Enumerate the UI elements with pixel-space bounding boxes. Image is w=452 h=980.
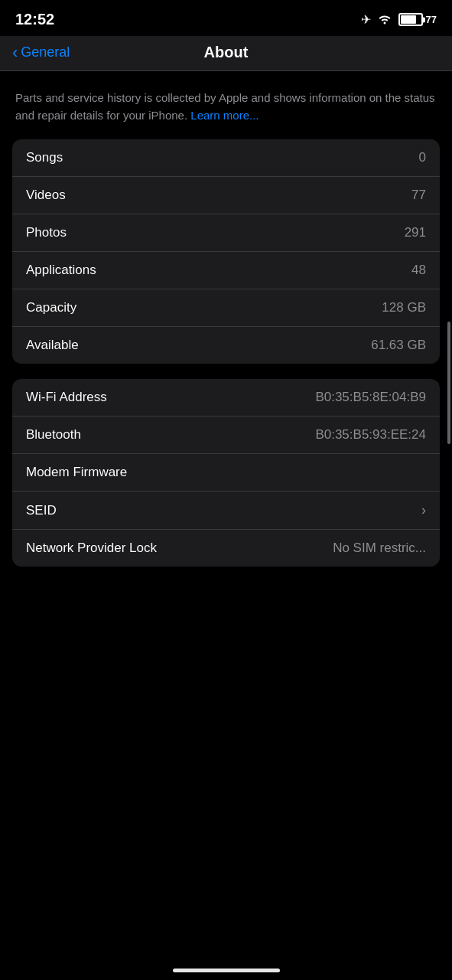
network-provider-lock-label: Network Provider Lock	[26, 541, 157, 556]
applications-label: Applications	[26, 263, 96, 278]
seid-chevron-icon: ›	[421, 502, 426, 518]
videos-label: Videos	[26, 188, 66, 203]
nav-back-label: General	[21, 44, 70, 60]
capacity-row: Capacity 128 GB	[12, 289, 440, 327]
content-area: Parts and service history is collected b…	[0, 71, 452, 567]
available-value: 61.63 GB	[371, 338, 426, 353]
capacity-label: Capacity	[26, 300, 76, 315]
modem-firmware-row: Modem Firmware	[12, 454, 440, 492]
bluetooth-value: B0:35:B5:93:EE:24	[315, 427, 426, 443]
status-time: 12:52	[15, 11, 54, 28]
wifi-address-label: Wi-Fi Address	[26, 390, 107, 405]
scrollbar[interactable]	[447, 322, 450, 444]
seid-label: SEID	[26, 503, 57, 518]
battery-box	[398, 13, 423, 26]
songs-row: Songs 0	[12, 139, 440, 177]
back-chevron-icon: ‹	[12, 44, 18, 61]
photos-value: 291	[405, 225, 426, 240]
wifi-address-row: Wi-Fi Address B0:35:B5:8E:04:B9	[12, 379, 440, 416]
bluetooth-row: Bluetooth B0:35:B5:93:EE:24	[12, 416, 440, 454]
wifi-icon	[377, 12, 392, 28]
home-indicator	[173, 969, 280, 972]
storage-card: Songs 0 Videos 77 Photos 291 Application…	[12, 139, 440, 364]
seid-row[interactable]: SEID ›	[12, 492, 440, 530]
battery-text: 77	[426, 14, 437, 25]
modem-firmware-label: Modem Firmware	[26, 465, 127, 480]
videos-row: Videos 77	[12, 177, 440, 214]
learn-more-link[interactable]: Learn more...	[190, 109, 259, 122]
network-provider-lock-row: Network Provider Lock No SIM restric...	[12, 530, 440, 567]
photos-label: Photos	[26, 225, 67, 240]
airplane-icon: ✈	[361, 12, 371, 27]
page-title: About	[204, 44, 249, 61]
info-text: Parts and service history is collected b…	[12, 83, 440, 139]
wifi-address-value: B0:35:B5:8E:04:B9	[315, 390, 426, 405]
status-icons: ✈ 77	[361, 12, 437, 28]
applications-row: Applications 48	[12, 252, 440, 289]
photos-row: Photos 291	[12, 214, 440, 252]
nav-bar: ‹ General About	[0, 36, 452, 71]
videos-value: 77	[411, 188, 426, 203]
songs-value: 0	[419, 150, 426, 165]
battery-fill	[401, 15, 416, 24]
network-card: Wi-Fi Address B0:35:B5:8E:04:B9 Bluetoot…	[12, 379, 440, 567]
network-provider-lock-value: No SIM restric...	[333, 541, 426, 556]
status-bar: 12:52 ✈ 77	[0, 0, 452, 36]
applications-value: 48	[411, 263, 426, 278]
nav-back-button[interactable]: ‹ General	[12, 44, 70, 61]
available-label: Available	[26, 338, 79, 353]
songs-label: Songs	[26, 150, 63, 165]
capacity-value: 128 GB	[382, 300, 426, 315]
bluetooth-label: Bluetooth	[26, 427, 81, 443]
available-row: Available 61.63 GB	[12, 327, 440, 364]
battery-indicator: 77	[398, 13, 437, 26]
